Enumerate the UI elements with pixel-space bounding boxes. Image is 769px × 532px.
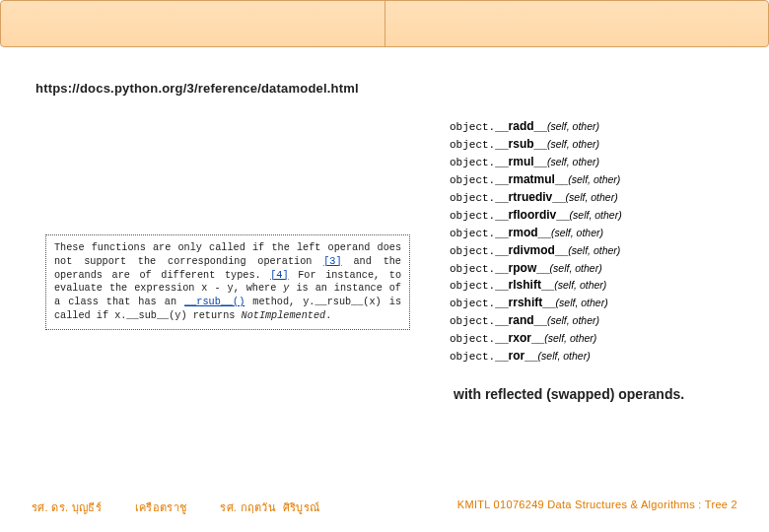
method-args: (self, other) bbox=[538, 350, 591, 362]
method-args: (self, other) bbox=[556, 297, 608, 308]
method-prefix: object. bbox=[450, 121, 495, 133]
title-cell-left bbox=[1, 1, 385, 46]
method-args: (self, other) bbox=[547, 314, 599, 326]
method-prefix: object. bbox=[450, 315, 495, 327]
method-args: (self, other) bbox=[554, 279, 606, 291]
author: ศิริบูรณ์ bbox=[283, 501, 320, 513]
slide: https://docs.python.org/3/reference/data… bbox=[0, 0, 769, 532]
method-row: object.__rand__(self, other) bbox=[450, 312, 745, 330]
method-name: __rpow__ bbox=[495, 261, 549, 275]
method-args: (self, other) bbox=[547, 156, 599, 167]
method-name: __rdivmod__ bbox=[495, 243, 568, 257]
footer-course: KMITL 01076249 Data Structures & Algorit… bbox=[457, 499, 737, 516]
method-name: __rxor__ bbox=[495, 331, 544, 345]
reference-url: https://docs.python.org/3/reference/data… bbox=[35, 81, 359, 96]
method-prefix: object. bbox=[450, 157, 495, 168]
author: รศ. กฤตวัน bbox=[220, 501, 276, 513]
method-row: object.__rdivmod__(self, other) bbox=[450, 242, 745, 260]
method-args: (self, other) bbox=[566, 191, 618, 203]
method-args: (self, other) bbox=[568, 173, 620, 185]
method-prefix: object. bbox=[450, 351, 495, 363]
desc-text: returns bbox=[187, 310, 242, 321]
method-name: __rsub__ bbox=[495, 137, 547, 151]
method-row: object.__rmod__(self, other) bbox=[450, 225, 745, 242]
title-bar bbox=[0, 0, 769, 47]
desc-period: . bbox=[325, 310, 331, 321]
method-name: __rfloordiv__ bbox=[495, 208, 569, 222]
footer-authors: รศ. ดร. บุญธีร์เครือตราชูรศ. กฤตวัน ศิริ… bbox=[32, 499, 319, 516]
reflected-caption: with reflected (swapped) operands. bbox=[454, 386, 684, 402]
title-cell-right bbox=[385, 1, 769, 46]
method-row: object.__rmatmul__(self, other) bbox=[450, 171, 745, 189]
method-name: __radd__ bbox=[495, 119, 547, 133]
author: รศ. ดร. บุญธีร์ bbox=[32, 501, 102, 513]
footnote-link-4[interactable]: [4] bbox=[270, 270, 288, 281]
method-prefix: object. bbox=[450, 210, 495, 222]
code-call2: x.__sub__(y) bbox=[114, 310, 186, 321]
method-row: object.__rpow__(self, other) bbox=[450, 260, 745, 278]
method-row: object.__rmul__(self, other) bbox=[450, 154, 745, 171]
method-row: object.__rtruediv__(self, other) bbox=[450, 189, 745, 207]
method-prefix: object. bbox=[450, 174, 495, 186]
method-row: object.__rrshift__(self, other) bbox=[450, 295, 745, 312]
method-name: __rrshift__ bbox=[495, 296, 555, 309]
method-args: (self, other) bbox=[551, 227, 603, 238]
notimplemented: NotImplemented bbox=[242, 310, 326, 321]
footer: รศ. ดร. บุญธีร์เครือตราชูรศ. กฤตวัน ศิริ… bbox=[0, 499, 769, 516]
method-row: object.__rfloordiv__(self, other) bbox=[450, 207, 745, 225]
method-args: (self, other) bbox=[550, 262, 602, 274]
method-prefix: object. bbox=[450, 245, 495, 257]
method-list: object.__radd__(self, other)object.__rsu… bbox=[450, 118, 745, 366]
method-row: object.__rxor__(self, other) bbox=[450, 330, 745, 348]
method-prefix: object. bbox=[450, 263, 495, 275]
method-name: __rand__ bbox=[495, 313, 547, 327]
method-prefix: object. bbox=[450, 228, 495, 239]
method-name: __rmod__ bbox=[495, 226, 551, 239]
method-args: (self, other) bbox=[547, 138, 599, 150]
rsub-method-link[interactable]: __rsub__() bbox=[184, 297, 245, 307]
method-name: __rtruediv__ bbox=[495, 190, 565, 204]
method-name: __ror__ bbox=[495, 349, 537, 363]
description-box: These functions are only called if the l… bbox=[45, 234, 410, 330]
method-row: object.__rlshift__(self, other) bbox=[450, 277, 745, 295]
method-name: __rlshift__ bbox=[495, 278, 554, 292]
method-args: (self, other) bbox=[570, 209, 622, 221]
method-prefix: object. bbox=[450, 333, 495, 345]
footnote-link-3[interactable]: [3] bbox=[323, 256, 341, 267]
method-row: object.__rsub__(self, other) bbox=[450, 136, 745, 154]
method-name: __rmatmul__ bbox=[495, 172, 568, 186]
author: เครือตราชู bbox=[135, 501, 186, 513]
method-prefix: object. bbox=[450, 298, 495, 309]
method-prefix: object. bbox=[450, 139, 495, 151]
code-expr: x - y bbox=[201, 283, 233, 294]
desc-text: , where bbox=[234, 283, 284, 294]
method-prefix: object. bbox=[450, 280, 495, 292]
method-prefix: object. bbox=[450, 192, 495, 204]
desc-text: method, bbox=[245, 297, 303, 307]
code-call: y.__rsub__(x) bbox=[303, 297, 381, 307]
method-args: (self, other) bbox=[544, 332, 596, 344]
method-row: object.__ror__(self, other) bbox=[450, 348, 745, 366]
method-name: __rmul__ bbox=[495, 155, 547, 168]
method-args: (self, other) bbox=[547, 120, 599, 132]
method-row: object.__radd__(self, other) bbox=[450, 118, 745, 136]
method-args: (self, other) bbox=[568, 244, 620, 256]
